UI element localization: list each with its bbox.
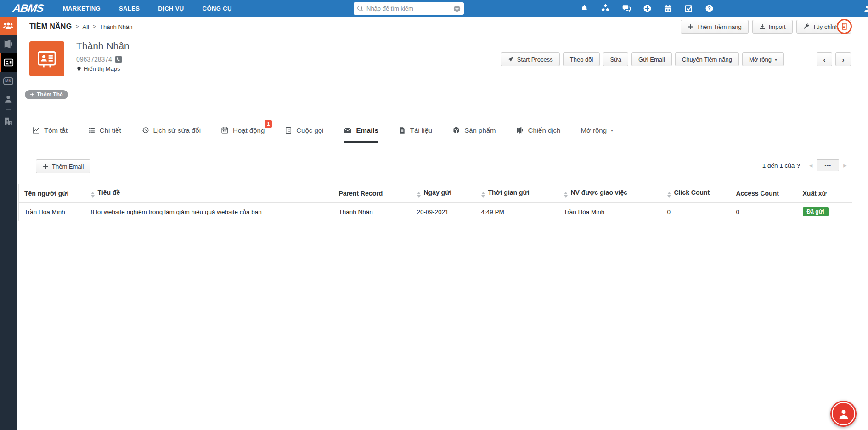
pagination-total[interactable]: ? [796, 162, 800, 169]
col-access-count: Access Count [731, 184, 797, 203]
previous-record-button[interactable]: ‹ [817, 52, 832, 66]
main-content: TIỀM NĂNG > All > Thành Nhân Thêm Tiềm n… [17, 17, 868, 430]
document-icon [399, 127, 406, 134]
record-actions: Start Process Theo dõi Sửa Gửi Email Chu… [501, 52, 851, 66]
chevron-down-icon: ▾ [775, 57, 777, 62]
start-process-button[interactable]: Start Process [501, 52, 560, 66]
add-tag-button[interactable]: Thêm Thẻ [25, 90, 68, 99]
menu-sales[interactable]: SALES [119, 5, 140, 12]
tab-calls[interactable]: Cuộc gọi [285, 119, 323, 143]
id-card-icon [37, 49, 57, 69]
calendar-icon[interactable] [664, 4, 672, 13]
send-email-button[interactable]: Gửi Email [631, 52, 672, 66]
show-maps-link[interactable]: Hiển thị Maps [76, 65, 120, 72]
tab-documents[interactable]: Tài liệu [399, 119, 432, 143]
table-row[interactable]: Trần Hòa Minh 8 lỗi website nghiêm trọng… [19, 203, 852, 221]
cell-sender: Trần Hòa Minh [19, 203, 85, 221]
breadcrumb-record: Thành Nhân [100, 23, 133, 30]
wrench-icon [803, 23, 810, 30]
tab-products[interactable]: Sản phẩm [452, 119, 496, 143]
app-logo[interactable]: ABMS [12, 2, 45, 15]
sort-icon[interactable] [91, 192, 95, 198]
next-record-button[interactable]: › [835, 52, 851, 66]
page-next-button[interactable]: ▸ [839, 161, 851, 170]
tab-summary[interactable]: Tóm tắt [32, 119, 68, 143]
related-toolbar: Thêm Email 1 đến 1 của? ◂ ••• ▸ [17, 155, 868, 175]
user-profile-icon[interactable] [863, 4, 868, 13]
cell-click-count: 0 [662, 203, 731, 221]
history-clock-icon [141, 126, 149, 134]
cell-parent-record[interactable]: Thành Nhân [333, 203, 411, 221]
main-menu: MARKETING SALES DỊCH VỤ CÔNG CỤ [63, 5, 232, 12]
quick-add-plus-icon[interactable] [643, 4, 652, 13]
follow-button[interactable]: Theo dõi [563, 52, 600, 66]
plus-icon [688, 24, 693, 30]
breadcrumb-list-all[interactable]: All [83, 23, 89, 30]
add-lead-button[interactable]: Thêm Tiềm năng [681, 20, 749, 34]
page-previous-button[interactable]: ◂ [805, 161, 817, 170]
support-person-icon [837, 407, 851, 421]
tab-campaigns[interactable]: Chiến dịch [516, 119, 561, 143]
breadcrumb: TIỀM NĂNG > All > Thành Nhân Thêm Tiềm n… [17, 17, 868, 36]
megaphone-icon [516, 126, 524, 134]
pagination-buttons: ◂ ••• ▸ [805, 159, 851, 171]
cell-origin: Đã gửi [797, 203, 852, 221]
notes-floating-button[interactable] [837, 19, 852, 34]
help-question-icon[interactable]: ? [705, 4, 714, 13]
record-phone: 0963728374 [76, 56, 122, 63]
edit-button[interactable]: Sửa [603, 52, 628, 66]
global-search[interactable] [354, 2, 464, 15]
search-type-chevron-icon[interactable] [453, 5, 461, 12]
call-button[interactable] [115, 56, 122, 63]
tab-mod-history[interactable]: Lịch sử sửa đổi [141, 119, 201, 143]
sidebar-item-contacts-current[interactable] [0, 53, 17, 72]
sidebar-item-organizations[interactable] [0, 112, 17, 130]
menu-marketing[interactable]: MARKETING [63, 5, 101, 12]
apps-cubes-icon[interactable] [601, 4, 610, 13]
sort-icon[interactable] [481, 192, 485, 198]
search-input[interactable] [366, 5, 451, 12]
menu-dich-vu[interactable]: DỊCH VỤ [158, 5, 184, 12]
module-toolbar: Thêm Tiềm năng Import Tùy chỉnh ▾ [681, 20, 851, 34]
tasks-check-icon[interactable] [684, 4, 693, 13]
chat-icon[interactable] [622, 4, 631, 13]
col-parent-record: Parent Record [333, 184, 411, 203]
tab-activities[interactable]: Hoạt động 1 [221, 119, 265, 143]
cell-access-count: 0 [731, 203, 797, 221]
sidebar-item-mk[interactable]: MK [0, 72, 17, 90]
import-button[interactable]: Import [752, 20, 793, 34]
add-email-button[interactable]: Thêm Email [36, 159, 90, 173]
sort-icon[interactable] [667, 192, 671, 198]
col-subject: Tiêu đề [85, 184, 333, 203]
mk-module-icon: MK [3, 77, 13, 85]
more-actions-button[interactable]: Mở rộng ▾ [742, 52, 784, 66]
sort-icon[interactable] [564, 192, 568, 198]
cell-assigned-to: Trần Hòa Minh [558, 203, 662, 221]
sidebar-item-campaigns[interactable] [0, 35, 17, 53]
calendar-icon [221, 126, 229, 134]
record-name: Thành Nhân [76, 40, 130, 51]
product-box-icon [452, 126, 460, 134]
menu-cong-cu[interactable]: CÔNG CỤ [203, 5, 232, 12]
sidebar-item-leads-app[interactable] [0, 17, 17, 35]
col-origin: Xuất xứ [797, 184, 852, 203]
search-icon [357, 5, 364, 12]
id-card-icon [4, 57, 14, 68]
sort-icon[interactable] [417, 192, 421, 198]
record-avatar [29, 41, 64, 76]
cell-subject[interactable]: 8 lỗi website nghiêm trọng làm giảm hiệu… [85, 203, 333, 221]
breadcrumb-module[interactable]: TIỀM NĂNG [29, 23, 72, 31]
building-icon [3, 116, 13, 126]
page-more-button[interactable]: ••• [817, 159, 839, 171]
group-users-icon [3, 20, 14, 31]
status-badge: Đã gửi [803, 207, 829, 216]
notifications-bell-icon[interactable] [580, 4, 589, 13]
sidebar-item-users[interactable] [0, 90, 17, 108]
support-floating-button[interactable] [830, 401, 857, 427]
tab-more[interactable]: Mở rộng ▾ [581, 119, 613, 143]
convert-lead-button[interactable]: Chuyển Tiềm năng [675, 52, 739, 66]
tab-emails[interactable]: Emails [344, 119, 378, 143]
svg-text:?: ? [708, 6, 711, 11]
tab-details[interactable]: Chi tiết [88, 119, 121, 143]
pagination: 1 đến 1 của? ◂ ••• ▸ [762, 159, 851, 171]
